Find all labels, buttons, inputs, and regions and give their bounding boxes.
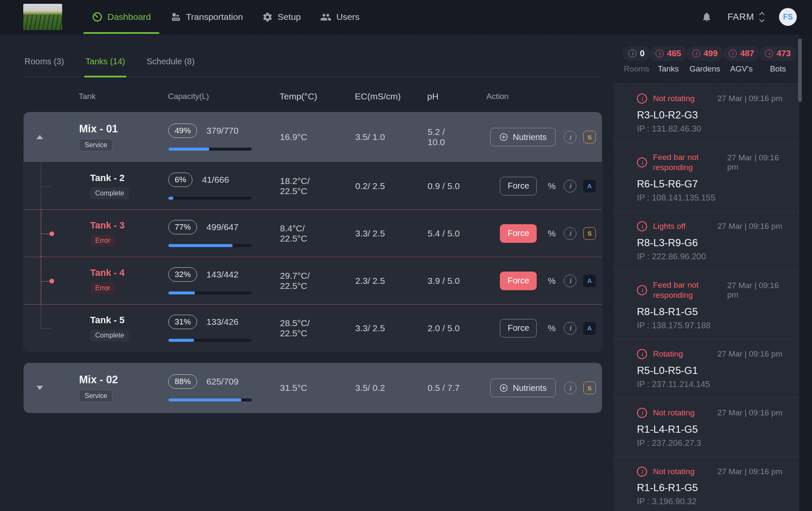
capacity-percent-pill: 77% — [168, 220, 197, 234]
org-switcher[interactable]: FARM — [727, 11, 764, 22]
notification-ip: IP : 237.11.214.145 — [637, 379, 782, 389]
expand-caret[interactable] — [36, 135, 43, 139]
capacity-cell: 77%499/647 — [145, 210, 257, 257]
table-header-row: TankCapacity(L)Temp(°C)EC(mS/cm)pHAction — [23, 91, 602, 102]
notification-status: Not rotating — [653, 93, 694, 104]
name-cell: Tank - 3Error — [55, 210, 145, 257]
stat-tanks[interactable]: i465Tanks — [650, 46, 686, 74]
tab-tanks-14[interactable]: Tanks (14) — [84, 57, 126, 77]
tree-connector — [41, 281, 49, 282]
nutrients-button[interactable]: Nutrients — [490, 128, 556, 146]
mode-badge[interactable]: A — [583, 275, 596, 287]
notification-ip: IP : 237.206.27.3 — [637, 438, 782, 448]
capacity-progress-bar — [168, 291, 252, 294]
nav-item-dashboard[interactable]: Dashboard — [83, 0, 159, 34]
nav-item-setup[interactable]: Setup — [254, 0, 309, 34]
nav-item-users[interactable]: Users — [312, 0, 368, 34]
mode-badge[interactable]: S — [583, 227, 596, 240]
percent-button[interactable]: % — [548, 228, 556, 239]
info-icon[interactable]: i — [564, 322, 576, 335]
notification-ip: IP : 108.141.135.155 — [637, 193, 782, 203]
table-row[interactable]: Mix - 02Service88%625/70931.5°C3.5/ 0.20… — [24, 363, 602, 413]
info-icon: i — [729, 49, 737, 58]
circle-plus-icon — [499, 132, 508, 142]
expand-caret[interactable] — [36, 386, 43, 390]
tab-rooms-3[interactable]: Rooms (3) — [23, 57, 65, 77]
tab-schedule-8[interactable]: Schedule (8) — [145, 57, 196, 77]
stat-gardens[interactable]: i499Gardens — [687, 46, 723, 74]
mode-badge[interactable]: A — [583, 322, 596, 335]
notification-item[interactable]: iFeed bar not responding27 Mar | 09:16 p… — [614, 270, 799, 339]
tank-name: Mix - 01 — [79, 123, 118, 135]
table-row[interactable]: Tank - 5Complete31%133/42628.5°C/ 22.5°C… — [24, 304, 602, 352]
tank-group: Mix - 01Service49%379/77016.9°C3.5/ 1.05… — [23, 112, 602, 352]
stat-rooms[interactable]: i0Rooms — [623, 46, 650, 74]
mode-badge[interactable]: A — [583, 180, 596, 192]
mode-badge[interactable]: S — [583, 131, 596, 143]
nav-item-label: Users — [336, 12, 359, 22]
main-nav: DashboardTransportationSetupUsers — [83, 0, 368, 34]
notification-title: R6-L5-R6-G7 — [637, 178, 782, 190]
capacity-volume: 133/426 — [206, 317, 239, 327]
notification-title: R1-L6-R1-G5 — [637, 482, 782, 494]
error-dot — [49, 279, 54, 283]
notification-item[interactable]: iFeed bar not responding27 Mar | 09:16 p… — [614, 143, 799, 212]
notification-item[interactable]: iNot rotating27 Mar | 09:16 pmR3-L0-R2-G… — [614, 84, 799, 143]
force-button[interactable]: Force — [500, 177, 537, 195]
temp-value: 28.5°C/ 22.5°C — [280, 318, 332, 338]
column-header-ec-ms-cm: EC(mS/cm) — [332, 91, 404, 102]
column-header-tank: Tank — [55, 91, 145, 102]
notification-item[interactable]: iNot rotating27 Mar | 09:16 pmR1-L4-R1-G… — [614, 398, 799, 457]
notifications-bell-icon[interactable] — [701, 11, 712, 22]
notification-item[interactable]: iRotating27 Mar | 09:16 pmR5-L0-R5-G1IP … — [614, 339, 799, 398]
ph-value: 5.4 / 5.0 — [428, 228, 460, 239]
farm-logo[interactable] — [23, 4, 62, 30]
mode-badge[interactable]: S — [583, 382, 596, 394]
force-button[interactable]: Force — [500, 272, 537, 290]
status-chip: Error — [90, 235, 115, 247]
stat-pill: i465 — [650, 46, 686, 61]
info-icon[interactable]: i — [564, 227, 576, 240]
ph-value: 2.0 / 5.0 — [428, 323, 460, 333]
table-row[interactable]: Mix - 01Service49%379/77016.9°C3.5/ 1.05… — [24, 112, 602, 162]
status-chip: Service — [79, 390, 112, 402]
stat-bots[interactable]: i473Bots — [760, 46, 796, 74]
name-cell: Tank - 2Complete — [55, 162, 145, 209]
table-row[interactable]: Tank - 2Complete6%41/66618.2°C/ 22.5°C0.… — [24, 162, 602, 209]
notification-item[interactable]: iNot rotating27 Mar | 09:16 pmR1-L6-R1-G… — [614, 457, 799, 511]
capacity-progress-bar — [168, 197, 252, 200]
info-icon[interactable]: i — [564, 180, 576, 192]
capacity-percent-pill: 49% — [168, 124, 197, 138]
percent-button[interactable]: % — [548, 276, 556, 286]
temp-value: 18.2°C/ 22.5°C — [280, 176, 332, 196]
nav-item-transportation[interactable]: Transportation — [162, 0, 252, 34]
percent-button[interactable]: % — [548, 181, 556, 191]
notification-item[interactable]: iLights off27 Mar | 09:16 pmR8-L3-R9-G6I… — [614, 212, 799, 270]
right-sidebar: i0Roomsi465Tanksi499Gardensi487AGV'si473… — [614, 34, 812, 511]
stat-agv-s[interactable]: i487AGV's — [723, 46, 760, 74]
avatar[interactable]: FS — [779, 8, 797, 26]
stat-pill: i473 — [760, 46, 796, 61]
tree-connector — [41, 328, 51, 329]
percent-button[interactable]: % — [548, 323, 556, 333]
circle-plus-icon — [499, 383, 508, 393]
ec-value: 3.5/ 1.0 — [355, 132, 385, 142]
action-cell: Force%iS — [464, 210, 602, 257]
info-icon[interactable]: i — [564, 382, 576, 394]
scrollbar-thumb[interactable] — [798, 38, 802, 102]
force-button[interactable]: Force — [500, 224, 537, 243]
notifications-panel: iNot rotating27 Mar | 09:16 pmR3-L0-R2-G… — [614, 83, 799, 511]
notification-status: Rotating — [653, 349, 683, 360]
info-icon[interactable]: i — [564, 275, 576, 287]
table-row[interactable]: Tank - 4Error32%143/44229.7°C/ 22.5°C2.3… — [24, 257, 602, 304]
tank-name: Tank - 4 — [90, 267, 125, 278]
force-label: Force — [508, 228, 529, 238]
table-row[interactable]: Tank - 3Error77%499/6478.4°C/ 22.5°C3.3/… — [24, 209, 602, 257]
name-cell: Mix - 02Service — [55, 363, 145, 413]
info-icon: i — [628, 49, 636, 58]
nutrients-button[interactable]: Nutrients — [490, 379, 556, 397]
force-button[interactable]: Force — [500, 319, 537, 338]
info-icon[interactable]: i — [564, 131, 576, 143]
notification-title: R8-L3-R9-G6 — [637, 237, 782, 249]
stat-value: 0 — [640, 49, 645, 58]
